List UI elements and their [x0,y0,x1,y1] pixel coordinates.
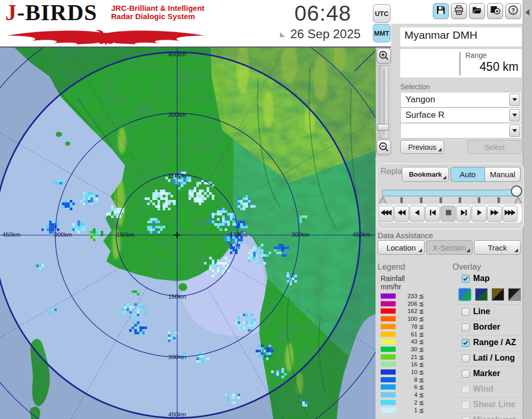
legend-swatch [381,408,396,413]
step-back-icon [427,209,439,218]
help-icon: ? [508,5,519,18]
map-style-swatch-3[interactable] [492,288,504,301]
fast-forward-button[interactable] [487,206,502,222]
legend-value: 233 ≦ [395,292,424,300]
toolbar: ? [433,3,521,19]
selection-dropdown-1[interactable]: Surface R [400,107,522,123]
manual-label: Manual [490,170,515,179]
play-reverse-button[interactable] [410,206,425,222]
overlay-row-microburst: Microburst [457,413,523,419]
play-button[interactable] [472,206,487,222]
logo-letter-j: J [5,0,17,25]
overlay-label: Overlay [452,262,481,272]
overlay-item-label: Map [473,274,490,283]
logo-tagline-1: JRC-Brilliant & Intelligent [111,4,205,12]
chevron-down-icon[interactable] [509,109,520,121]
legend-value: 162 ≦ [395,307,424,315]
legend-value: 1 ≦ [395,407,424,414]
legend-row: 6 ≦ [378,383,427,391]
overlay-row-wind: Wind [457,382,523,397]
legend-value: 8 ≦ [395,376,424,383]
radar-map[interactable]: 450km300km150km150km300km450km450km300km… [0,48,375,419]
station-name: Myanmar DMH [404,29,477,41]
range-ring-label: 300km [292,231,310,238]
map-style-swatch-2[interactable] [475,288,488,301]
range-ring-label: 450km [168,51,186,57]
selection-label: Selection [400,83,430,91]
chevron-down-icon[interactable] [509,125,520,137]
select-button-label: Select [484,143,505,151]
range-ring-label: 150km [168,293,186,300]
overlay-row-border: Border [457,320,523,335]
slider-tick [400,197,403,203]
chevron-down-icon[interactable] [509,94,520,106]
selection-dropdown-2[interactable] [400,123,522,138]
step-forward-button[interactable] [456,206,471,222]
step-back-button[interactable] [425,206,440,222]
range-ring-label: 450km [168,411,186,417]
checkbox-wind [462,385,470,393]
selection-dropdown-0[interactable]: Yangon [400,92,522,107]
print-button[interactable] [451,3,467,19]
overlay-item-label: Lati / Long [473,353,515,363]
play-reverse-icon [411,209,424,218]
checkbox-lati-long[interactable] [462,354,470,362]
legend-value: 6 ≦ [395,383,424,391]
manual-mode-button[interactable]: Manual [485,167,521,182]
fast-rewind-button[interactable] [394,206,409,222]
legend-row: 4 ≦ [378,391,427,399]
timezone-button-utc[interactable]: UTC [373,4,390,23]
jbirds-logo: J-BIRDS JRC-Brilliant & Intelligent Rada… [5,1,212,45]
resize-grip-icon[interactable] [280,32,285,37]
save-button[interactable] [433,3,449,19]
map-style-swatch-1[interactable] [459,288,471,301]
radar-map-svg: 450km300km150km150km300km450km450km300km… [0,48,375,419]
overlay-row-lati-long: Lati / Long [457,351,523,366]
legend-swatch [381,400,396,405]
fast-rewind-icon [396,209,408,218]
checkbox-border[interactable] [462,323,470,331]
map-style-swatch-4[interactable] [508,288,521,301]
x-section-button[interactable]: X-Section [426,240,473,255]
overlay-item-label: Marker [473,369,500,378]
checkbox-range-az[interactable] [462,339,470,347]
legend-value: 4 ≦ [395,391,424,398]
checkbox-shear-line [462,401,470,409]
open-folder-icon [472,5,482,18]
auto-mode-button[interactable]: Auto [450,167,485,182]
previous-button[interactable]: Previous [400,140,444,154]
legend-row: 8 ≦ [378,376,427,384]
fast-forward-3-button[interactable] [503,206,518,222]
checkbox-line[interactable] [462,308,470,316]
print-icon [453,5,464,18]
replay-slider-thumb[interactable] [511,185,522,197]
location-button[interactable]: Location [378,240,425,255]
slider-tick [420,197,423,203]
timezone-button-mmt[interactable]: MMT [373,24,390,42]
overlay-row-map: Map [457,272,523,287]
legend-row: 16 ≦ [378,361,427,368]
overlay-row-marker: Marker [457,366,523,382]
stop-button[interactable] [441,206,456,222]
help-button[interactable]: ? [505,3,521,19]
eagle-icon [5,28,207,45]
legend-row: 1 ≦ [378,407,427,414]
fast-rewind-3-button[interactable] [379,206,394,222]
select-button[interactable]: Select [467,140,522,154]
legend-row: 78 ≦ [378,323,427,331]
zoom-slider-thumb[interactable] [377,124,389,131]
capture-image-button[interactable] [487,3,503,19]
zoom-in-button[interactable] [377,48,391,64]
legend-swatch [381,392,396,397]
checkbox-marker[interactable] [462,370,470,378]
legend-row: 61 ≦ [378,331,427,338]
collapse-left-icon[interactable] [525,9,529,15]
replay-slider[interactable] [382,190,519,196]
checkbox-map[interactable] [462,275,470,283]
zoom-out-button[interactable] [377,139,391,155]
panel-collapse-strip[interactable] [523,0,532,419]
map-style-row [457,287,523,304]
bookmark-button[interactable]: Bookmark [402,167,449,182]
open-folder-button[interactable] [469,3,485,19]
track-button[interactable]: Track [474,240,521,255]
